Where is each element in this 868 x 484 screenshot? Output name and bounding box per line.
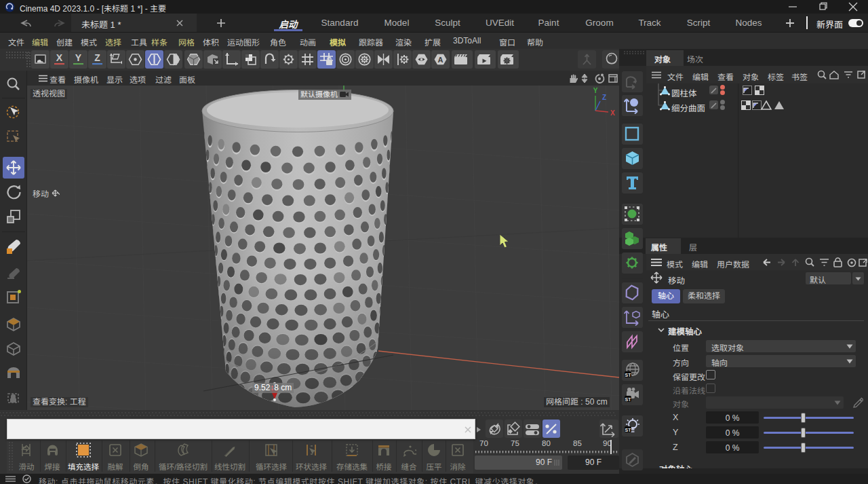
- svg-text:ST: ST: [625, 373, 632, 377]
- svg-text:ST: ST: [625, 397, 632, 402]
- svg-text:ST: ST: [625, 428, 632, 432]
